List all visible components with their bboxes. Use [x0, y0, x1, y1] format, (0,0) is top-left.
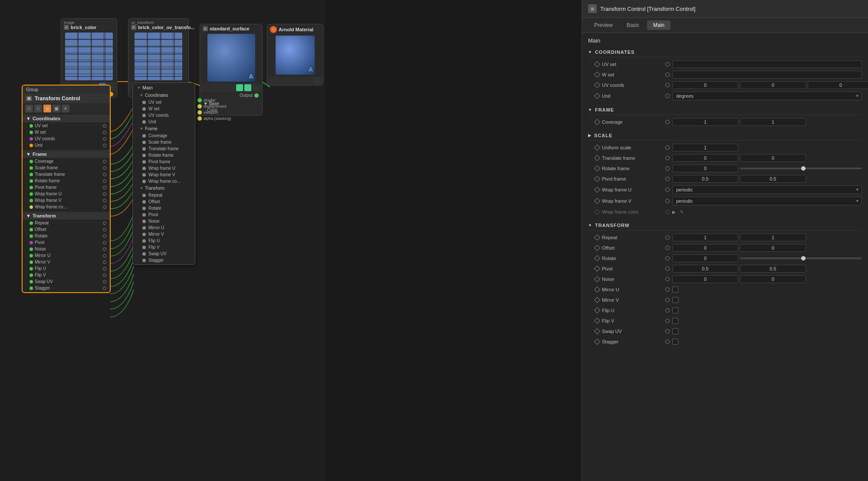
slider-rotate-frame[interactable] [740, 168, 862, 169]
input-uv-x[interactable] [672, 81, 738, 89]
dropdown-item-mirror-u[interactable]: Mirror U [133, 224, 195, 231]
select-wrap-v[interactable]: periodic clamp black [672, 197, 862, 205]
uv-transform-dropdown[interactable]: ▼ Main ▼ Coordinates UV set W set UV coo… [132, 82, 195, 265]
dropdown-coordinates-header[interactable]: ▼ Coordinates [133, 92, 195, 99]
dropdown-item-wrap-co[interactable]: Wrap frame co... [133, 178, 195, 184]
dropdown-item-offset[interactable]: Offset [133, 198, 195, 205]
dropdown-item-wrap-u[interactable]: Wrap frame U [133, 165, 195, 171]
repeat-inputs [672, 234, 862, 241]
input-pivot-frame-2[interactable] [740, 175, 806, 183]
tab-basic[interactable]: Basic [621, 20, 645, 30]
input-rotate-frame[interactable] [672, 165, 738, 172]
circle-unit [665, 94, 670, 98]
input-offset-1[interactable] [672, 244, 738, 252]
dropdown-item-translate-frame[interactable]: Translate frame [133, 145, 195, 152]
dropdown-item-w-set[interactable]: W set [133, 105, 195, 112]
dropdown-item-rotate[interactable]: Rotate [133, 205, 195, 211]
input-noise-2[interactable] [740, 275, 806, 283]
toolbar-btn-2[interactable]: □ [34, 105, 42, 112]
select-wrap-u[interactable]: periodic clamp black [672, 185, 862, 194]
input-uv-z[interactable] [808, 81, 868, 89]
toolbar-btn-3[interactable]: ▤ [43, 105, 51, 112]
input-uniform-scale[interactable] [672, 144, 738, 152]
dropdown-item-flip-u[interactable]: Flip U [133, 237, 195, 244]
toolbar-btn-5[interactable]: ≡ [62, 105, 69, 112]
dropdown-item-noise[interactable]: Noise [133, 218, 195, 224]
group-row-noise: Noise [23, 246, 110, 252]
input-repeat-2[interactable] [740, 234, 806, 241]
select-unit[interactable]: degrees radians [672, 92, 862, 100]
input-pivot-1[interactable] [672, 265, 738, 273]
input-pivot-frame-1[interactable] [672, 175, 738, 183]
dropdown-coordinates-label: Coordinates [145, 93, 168, 98]
slider-rotate[interactable] [740, 257, 862, 259]
scale-section-header[interactable]: ▶ SCALE [588, 131, 862, 141]
input-w-set[interactable] [672, 71, 862, 79]
standard-surface-node[interactable]: A standard_surface Output ▼ Base Color s… [200, 24, 263, 115]
port-wrap-color [103, 205, 106, 209]
arnold-footer-icon [313, 77, 320, 84]
port-wrap-u [103, 192, 106, 196]
dropdown-item-flip-v[interactable]: Flip V [133, 244, 195, 250]
port-mirror-u [103, 254, 106, 257]
prop-uv-coords: UV coords [588, 80, 862, 90]
tab-preview[interactable]: Preview [588, 20, 619, 30]
checkbox-swap-uv[interactable] [672, 328, 678, 334]
label-repeat: Repeat [602, 235, 663, 240]
dropdown-item-wrap-v[interactable]: Wrap frame V [133, 171, 195, 178]
coordinates-section-header[interactable]: ▼ COORDINATES [588, 47, 862, 57]
input-translate-frame-2[interactable] [740, 154, 806, 162]
dropdown-item-uv-coords[interactable]: UV coords [133, 112, 195, 119]
transform-header[interactable]: ▼ Transform [23, 212, 110, 220]
input-repeat-1[interactable] [672, 234, 738, 241]
frame-section-header[interactable]: ▼ FRAME [588, 105, 862, 115]
input-uv-set[interactable] [672, 60, 862, 68]
dot-dd-wrap-u [142, 167, 146, 170]
input-noise-1[interactable] [672, 275, 738, 283]
arnold-material-node[interactable]: ⬡ Arnold Material [267, 24, 323, 86]
checkbox-stagger[interactable] [672, 339, 678, 345]
port-flip-v [103, 273, 106, 277]
dropdown-item-pivot-frame[interactable]: Pivot frame [133, 158, 195, 165]
transform-section-header[interactable]: ▼ TRANSFORM [588, 221, 862, 231]
toolbar-btn-4[interactable]: ▦ [53, 105, 60, 112]
dropdown-item-mirror-v[interactable]: Mirror V [133, 231, 195, 237]
dropdown-item-unit[interactable]: Unit [133, 119, 195, 125]
dropdown-item-uv-set[interactable]: UV set [133, 99, 195, 105]
label-uniform-scale: Uniform scale [602, 145, 663, 150]
main-section-title: Main [588, 37, 862, 44]
input-coverage-1[interactable] [672, 118, 738, 126]
input-translate-frame-1[interactable] [672, 154, 738, 162]
prop-wrap-frame-u: Wrap frame U periodic clamp black ▼ [588, 184, 862, 195]
dropdown-item-pivot[interactable]: Pivot [133, 211, 195, 218]
coordinates-header[interactable]: ▼ Coordinates [23, 115, 110, 122]
frame-header[interactable]: ▼ Frame [23, 150, 110, 158]
coordinates-prop-section: ▼ COORDINATES UV set W set UV coords [588, 47, 862, 102]
dropdown-item-coverage[interactable]: Coverage [133, 132, 195, 139]
dropdown-main-header[interactable]: ▼ Main [133, 84, 195, 92]
toolbar-btn-1[interactable]: ⬡ [25, 105, 33, 112]
checkbox-flip-u[interactable] [672, 307, 678, 313]
port-translate-frame [103, 173, 106, 176]
dropdown-item-repeat[interactable]: Repeat [133, 192, 195, 198]
group-row-rotate-frame: Rotate frame [23, 178, 110, 184]
dropdown-item-scale-frame[interactable]: Scale frame [133, 139, 195, 145]
dropdown-item-swap-uv[interactable]: Swap UV [133, 250, 195, 257]
checkbox-mirror-u[interactable] [672, 287, 678, 293]
input-rotate[interactable] [672, 254, 738, 262]
coordinates-section-label: COORDINATES [595, 49, 635, 55]
checkbox-mirror-v[interactable] [672, 297, 678, 303]
checkbox-flip-v[interactable] [672, 318, 678, 324]
dropdown-item-stagger[interactable]: Stagger [133, 257, 195, 264]
dropdown-transform-header[interactable]: ▼ Transform [133, 184, 195, 192]
input-offset-2[interactable] [740, 244, 806, 252]
input-pivot-2[interactable] [740, 265, 806, 273]
group-transform-control-node[interactable]: Group ⊞ Transform Control ⬡ □ ▤ ▦ ≡ ▼ Co… [22, 85, 111, 293]
dropdown-frame-header[interactable]: ▼ Frame [133, 125, 195, 132]
input-uv-y[interactable] [740, 81, 806, 89]
dropdown-item-rotate-frame[interactable]: Rotate frame [133, 152, 195, 158]
group-row-scale-frame: Scale frame [23, 165, 110, 171]
dot-uv-coords [30, 137, 33, 141]
tab-main[interactable]: Main [647, 20, 671, 30]
input-coverage-2[interactable] [740, 118, 806, 126]
